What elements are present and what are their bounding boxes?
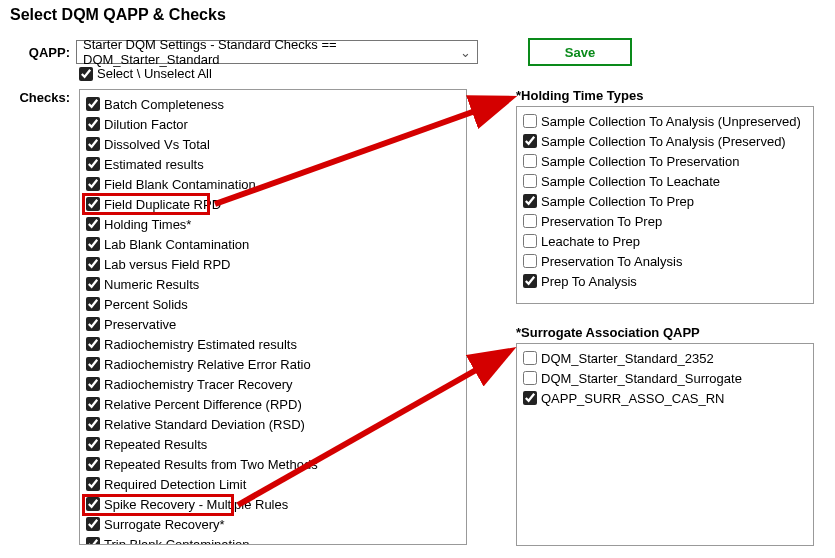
checks-item-label: Repeated Results from Two Methods	[104, 457, 318, 472]
checks-item-checkbox[interactable]	[86, 237, 100, 251]
holding-item-label: Sample Collection To Analysis (Preserved…	[541, 134, 786, 149]
checks-item-row[interactable]: Radiochemistry Relative Error Ratio	[82, 354, 464, 374]
checks-item-row[interactable]: Trip Blank Contamination	[82, 534, 464, 545]
holding-item-checkbox[interactable]	[523, 194, 537, 208]
checks-item-row[interactable]: Relative Standard Deviation (RSD)	[82, 414, 464, 434]
surrogate-item-checkbox[interactable]	[523, 371, 537, 385]
holding-item-row[interactable]: Sample Collection To Prep	[519, 191, 811, 211]
holding-item-row[interactable]: Sample Collection To Analysis (Preserved…	[519, 131, 811, 151]
holding-item-row[interactable]: Leachate to Prep	[519, 231, 811, 251]
select-all-row[interactable]: Select \ Unselect All	[79, 66, 212, 81]
checks-item-row[interactable]: Preservative	[82, 314, 464, 334]
holding-item-row[interactable]: Prep To Analysis	[519, 271, 811, 291]
surrogate-item-row[interactable]: DQM_Starter_Standard_Surrogate	[519, 368, 811, 388]
checks-item-row[interactable]: Dilution Factor	[82, 114, 464, 134]
checks-item-checkbox[interactable]	[86, 317, 100, 331]
surrogate-item-checkbox[interactable]	[523, 391, 537, 405]
checks-item-label: Field Blank Contamination	[104, 177, 256, 192]
checks-item-row[interactable]: Dissolved Vs Total	[82, 134, 464, 154]
checks-item-label: Dilution Factor	[104, 117, 188, 132]
checks-item-checkbox[interactable]	[86, 417, 100, 431]
surrogate-qapp-title: *Surrogate Association QAPP	[516, 325, 700, 340]
checks-item-row[interactable]: Relative Percent Difference (RPD)	[82, 394, 464, 414]
holding-item-row[interactable]: Sample Collection To Leachate	[519, 171, 811, 191]
checks-item-row[interactable]: Batch Completeness	[82, 94, 464, 114]
holding-time-types-title: *Holding Time Types	[516, 88, 643, 103]
holding-item-checkbox[interactable]	[523, 134, 537, 148]
checks-item-row[interactable]: Repeated Results from Two Methods	[82, 454, 464, 474]
surrogate-qapp-list: DQM_Starter_Standard_2352DQM_Starter_Sta…	[516, 343, 814, 546]
select-all-checkbox[interactable]	[79, 67, 93, 81]
checks-item-row[interactable]: Radiochemistry Tracer Recovery	[82, 374, 464, 394]
holding-item-label: Sample Collection To Leachate	[541, 174, 720, 189]
checks-item-label: Trip Blank Contamination	[104, 537, 249, 546]
checks-item-label: Lab versus Field RPD	[104, 257, 230, 272]
holding-item-row[interactable]: Preservation To Analysis	[519, 251, 811, 271]
surrogate-item-label: DQM_Starter_Standard_2352	[541, 351, 714, 366]
checks-item-checkbox[interactable]	[86, 217, 100, 231]
checks-item-checkbox[interactable]	[86, 437, 100, 451]
checks-item-row[interactable]: Required Detection Limit	[82, 474, 464, 494]
checks-item-label: Estimated results	[104, 157, 204, 172]
checks-item-checkbox[interactable]	[86, 517, 100, 531]
checks-item-row[interactable]: Spike Recovery - Multiple Rules	[82, 494, 464, 514]
checks-item-label: Required Detection Limit	[104, 477, 246, 492]
holding-item-checkbox[interactable]	[523, 114, 537, 128]
checks-item-checkbox[interactable]	[86, 357, 100, 371]
holding-item-checkbox[interactable]	[523, 274, 537, 288]
holding-item-label: Preservation To Analysis	[541, 254, 682, 269]
checks-item-label: Dissolved Vs Total	[104, 137, 210, 152]
checks-item-row[interactable]: Numeric Results	[82, 274, 464, 294]
checks-item-checkbox[interactable]	[86, 397, 100, 411]
checks-item-checkbox[interactable]	[86, 257, 100, 271]
surrogate-item-checkbox[interactable]	[523, 351, 537, 365]
holding-item-checkbox[interactable]	[523, 154, 537, 168]
holding-item-checkbox[interactable]	[523, 214, 537, 228]
checks-item-row[interactable]: Lab Blank Contamination	[82, 234, 464, 254]
checks-item-checkbox[interactable]	[86, 97, 100, 111]
holding-item-checkbox[interactable]	[523, 174, 537, 188]
surrogate-item-row[interactable]: QAPP_SURR_ASSO_CAS_RN	[519, 388, 811, 408]
checks-item-checkbox[interactable]	[86, 137, 100, 151]
holding-item-checkbox[interactable]	[523, 234, 537, 248]
checks-item-checkbox[interactable]	[86, 297, 100, 311]
holding-item-row[interactable]: Sample Collection To Preservation	[519, 151, 811, 171]
checks-item-checkbox[interactable]	[86, 337, 100, 351]
holding-item-label: Sample Collection To Prep	[541, 194, 694, 209]
holding-item-row[interactable]: Preservation To Prep	[519, 211, 811, 231]
checks-item-row[interactable]: Percent Solids	[82, 294, 464, 314]
checks-item-checkbox[interactable]	[86, 117, 100, 131]
holding-item-label: Leachate to Prep	[541, 234, 640, 249]
checks-item-row[interactable]: Lab versus Field RPD	[82, 254, 464, 274]
page-title: Select DQM QAPP & Checks	[0, 0, 835, 28]
qapp-dropdown[interactable]: Starter DQM Settings - Standard Checks =…	[76, 40, 478, 64]
checks-item-label: Holding Times*	[104, 217, 191, 232]
checks-item-row[interactable]: Field Blank Contamination	[82, 174, 464, 194]
checks-item-checkbox[interactable]	[86, 157, 100, 171]
checks-item-row[interactable]: Surrogate Recovery*	[82, 514, 464, 534]
checks-item-label: Lab Blank Contamination	[104, 237, 249, 252]
checks-item-label: Relative Standard Deviation (RSD)	[104, 417, 305, 432]
checks-item-label: Radiochemistry Estimated results	[104, 337, 297, 352]
checks-item-checkbox[interactable]	[86, 197, 100, 211]
checks-item-row[interactable]: Estimated results	[82, 154, 464, 174]
checks-item-row[interactable]: Radiochemistry Estimated results	[82, 334, 464, 354]
save-button[interactable]: Save	[528, 38, 632, 66]
checks-item-row[interactable]: Field Duplicate RPD	[82, 194, 464, 214]
checks-item-checkbox[interactable]	[86, 457, 100, 471]
checks-item-checkbox[interactable]	[86, 497, 100, 511]
checks-item-row[interactable]: Repeated Results	[82, 434, 464, 454]
checks-item-label: Surrogate Recovery*	[104, 517, 225, 532]
checks-item-row[interactable]: Holding Times*	[82, 214, 464, 234]
checks-item-checkbox[interactable]	[86, 177, 100, 191]
holding-item-row[interactable]: Sample Collection To Analysis (Unpreserv…	[519, 111, 811, 131]
checks-item-checkbox[interactable]	[86, 537, 100, 545]
surrogate-item-row[interactable]: DQM_Starter_Standard_2352	[519, 348, 811, 368]
checks-item-checkbox[interactable]	[86, 277, 100, 291]
checks-item-label: Relative Percent Difference (RPD)	[104, 397, 302, 412]
holding-item-checkbox[interactable]	[523, 254, 537, 268]
checks-item-checkbox[interactable]	[86, 377, 100, 391]
holding-item-label: Prep To Analysis	[541, 274, 637, 289]
checks-item-checkbox[interactable]	[86, 477, 100, 491]
checks-item-label: Spike Recovery - Multiple Rules	[104, 497, 288, 512]
